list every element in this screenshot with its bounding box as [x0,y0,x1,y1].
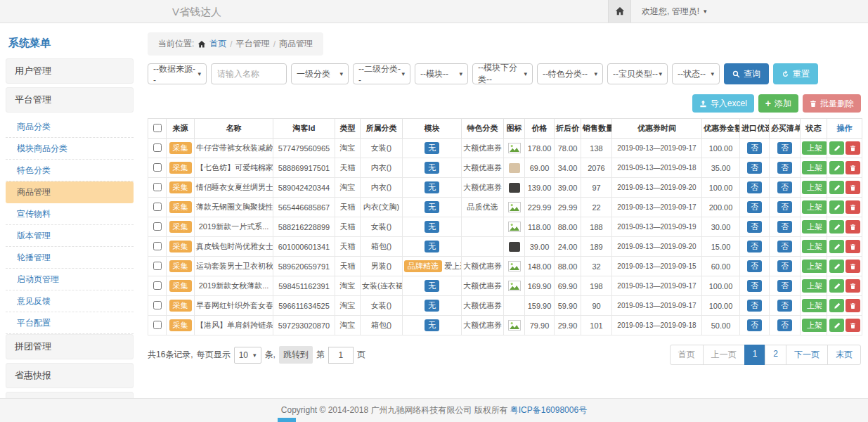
page-button[interactable]: 首页 [670,345,704,365]
status-badge[interactable]: 上架 [802,141,827,155]
delete-button[interactable] [846,141,860,155]
must-buy-badge[interactable]: 否 [777,319,792,331]
import-select-badge[interactable]: 否 [747,280,762,292]
import-select-badge[interactable]: 否 [747,319,762,331]
edit-button[interactable] [829,161,844,174]
edit-button[interactable] [829,260,844,273]
import-select-badge[interactable]: 否 [747,260,762,272]
filter-select[interactable]: 一级分类▾ [291,63,349,84]
must-buy-badge[interactable]: 否 [777,300,792,312]
sidebar-sub-item[interactable]: 版本管理 [6,225,134,247]
delete-button[interactable] [846,260,860,273]
status-badge[interactable]: 上架 [802,161,827,174]
add-button[interactable]: + 添加 [758,94,798,113]
edit-button[interactable] [829,220,844,234]
sidebar-sub-item[interactable]: 轮播管理 [6,247,134,269]
row-checkbox[interactable] [153,242,162,250]
import-select-badge[interactable]: 否 [747,162,762,174]
delete-button[interactable] [846,161,860,174]
page-button[interactable]: 1 [744,345,766,365]
row-checkbox[interactable] [153,163,162,172]
sidebar-sub-item[interactable]: 启动页管理 [6,269,134,290]
sidebar-section-item[interactable]: 用户管理 [6,58,134,84]
sidebar-section-item[interactable]: 省惠快报 [6,363,134,388]
import-select-badge[interactable]: 否 [747,221,762,233]
must-buy-badge[interactable]: 否 [777,221,792,233]
sidebar-sub-item[interactable]: 模块商品分类 [6,138,134,160]
import-select-badge[interactable]: 否 [747,201,762,213]
import-excel-button[interactable]: 导入excel [692,94,754,113]
import-select-badge[interactable]: 否 [747,300,762,312]
breadcrumb-home-link[interactable]: 首页 [209,38,226,50]
filter-select[interactable]: --数据来源--▾ [148,63,207,84]
page-button[interactable]: 上一页 [703,345,745,365]
per-page-select[interactable]: 10 ▾ [234,347,261,364]
import-select-badge[interactable]: 否 [747,181,762,193]
sidebar-sub-item[interactable]: 特色分类 [6,160,134,181]
search-button[interactable]: 查询 [724,63,769,84]
filter-select[interactable]: --特色分类--▾ [537,63,603,84]
row-checkbox[interactable] [153,222,162,231]
delete-button[interactable] [846,319,860,332]
filter-select[interactable]: --宝贝类型--▾ [607,63,668,84]
row-checkbox[interactable] [153,262,162,270]
delete-button[interactable] [846,181,860,194]
delete-button[interactable] [846,200,860,214]
icp-link[interactable]: 粤ICP备16098006号 [510,404,587,416]
page-number-input[interactable] [328,347,354,364]
sidebar-sub-item[interactable]: 商品分类 [6,116,134,138]
edit-button[interactable] [829,200,844,214]
reset-button[interactable]: 重置 [773,63,818,84]
page-button[interactable]: 2 [765,345,786,365]
delete-button[interactable] [846,279,860,293]
filter-select[interactable]: --模块下分类--▾ [472,63,533,84]
edit-button[interactable] [829,319,844,332]
row-checkbox[interactable] [153,281,162,290]
row-checkbox[interactable] [153,301,162,309]
must-buy-badge[interactable]: 否 [777,142,792,154]
must-buy-badge[interactable]: 否 [777,181,792,193]
edit-button[interactable] [829,279,844,293]
filter-select[interactable]: --二级分类--▾ [353,63,410,84]
edit-button[interactable] [829,141,844,155]
row-checkbox[interactable] [153,183,162,191]
status-badge[interactable]: 上架 [802,299,827,312]
row-checkbox[interactable] [153,143,162,152]
delete-button[interactable] [846,220,860,234]
user-menu[interactable]: 欢迎您, 管理员! ▾ [631,6,707,18]
status-badge[interactable]: 上架 [802,240,827,253]
delete-button[interactable] [846,299,860,312]
jump-button[interactable]: 跳转到 [279,346,313,364]
filter-select[interactable]: --模块--▾ [415,63,468,84]
page-button[interactable]: 下一页 [786,345,828,365]
page-button[interactable]: 末页 [827,345,861,365]
edit-button[interactable] [829,181,844,194]
row-checkbox[interactable] [153,321,162,329]
delete-button[interactable] [846,240,860,253]
status-badge[interactable]: 上架 [802,319,827,332]
status-badge[interactable]: 上架 [802,181,827,194]
filter-select[interactable]: --状态--▾ [672,63,720,84]
sidebar-section-item[interactable]: 平台管理 [6,87,134,113]
sidebar-sub-item[interactable]: 平台配置 [6,312,134,334]
must-buy-badge[interactable]: 否 [777,201,792,213]
import-select-badge[interactable]: 否 [747,241,762,252]
status-badge[interactable]: 上架 [802,220,827,234]
status-badge[interactable]: 上架 [802,260,827,273]
status-badge[interactable]: 上架 [802,279,827,293]
must-buy-badge[interactable]: 否 [777,260,792,272]
import-select-badge[interactable]: 否 [747,142,762,154]
sidebar-section-item[interactable]: 拼团管理 [6,334,134,359]
batch-delete-button[interactable]: 批量删除 [803,94,861,113]
must-buy-badge[interactable]: 否 [777,241,792,252]
name-search-input[interactable] [211,63,287,84]
sidebar-sub-item[interactable]: 宣传物料 [6,203,134,225]
status-badge[interactable]: 上架 [802,200,827,214]
edit-button[interactable] [829,240,844,253]
select-all-checkbox[interactable] [153,124,162,132]
edit-button[interactable] [829,299,844,312]
must-buy-badge[interactable]: 否 [777,280,792,292]
home-button[interactable] [608,0,631,23]
row-checkbox[interactable] [153,203,162,211]
must-buy-badge[interactable]: 否 [777,162,792,174]
